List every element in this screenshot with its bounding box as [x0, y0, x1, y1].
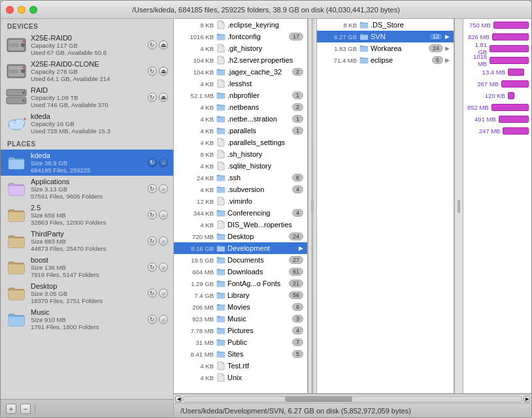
file-row[interactable]: 4 KB .netbe...stration1	[174, 113, 307, 125]
file-row[interactable]: 8 KB .sh_history	[174, 148, 307, 160]
eject-btn-x25e[interactable]: ⏏	[159, 40, 168, 50]
file-row[interactable]: 7.78 MB Pictures4	[174, 325, 307, 336]
sync-btn-apps[interactable]: ↻	[148, 184, 157, 193]
file-row[interactable]: 4 KB Test.rtf	[174, 360, 307, 372]
file-name: .netbeans	[227, 103, 290, 111]
sync-btn-kdeda-place[interactable]: ↻	[148, 158, 157, 167]
file-row[interactable]: 4 KB .git_history	[174, 42, 307, 54]
scroll-track[interactable]	[183, 396, 522, 402]
sync-btn-raid[interactable]: ↻	[148, 93, 157, 102]
scroll-thumb[interactable]	[285, 396, 352, 402]
sidebar-item-2-5[interactable]: 2.5 Size 656 MB 32863 Files, 12000 Folde…	[1, 202, 173, 228]
file-row[interactable]: 12 KB .viminfo	[174, 195, 307, 207]
file-row[interactable]: 8 KB .DS_Store	[317, 19, 454, 31]
size-bar	[490, 45, 529, 52]
svg-rect-18	[10, 123, 23, 129]
col-divider-2[interactable]	[454, 19, 463, 393]
scroll-right-button[interactable]: ▶	[524, 396, 530, 402]
sync-btn-x25e-clone[interactable]: ↻	[148, 67, 157, 76]
find-btn-apps[interactable]: ⌕	[159, 184, 168, 193]
col3-size: 13.4 MB	[466, 69, 505, 76]
sync-btn-thirdparty[interactable]: ↻	[148, 236, 157, 246]
eject-btn-x25e-clone[interactable]: ⏏	[159, 67, 168, 76]
file-row[interactable]: 4 KB Unix	[174, 372, 307, 383]
sync-btn-music[interactable]: ↻	[148, 315, 157, 324]
sidebar-item-raid[interactable]: RAID Capacity 1.09 TB Used 746 GB, Avail…	[1, 84, 173, 110]
file-row[interactable]: 344 KB Conferencing4	[174, 207, 307, 219]
file-row[interactable]: 24 KB .ssh6	[174, 172, 307, 184]
file-row[interactable]: 31 MB Public7	[174, 336, 307, 348]
file-row[interactable]: 6.27 GB SVN12▶	[317, 31, 454, 42]
file-count: 12	[429, 33, 443, 40]
file-row[interactable]: 720 MB Desktop24	[174, 231, 307, 242]
file-row[interactable]: 206 MB Movies6	[174, 301, 307, 313]
find-btn-boost[interactable]: ⌕	[159, 263, 168, 272]
find-btn-desktop[interactable]: ⌕	[159, 289, 168, 298]
sync-btn-2-5[interactable]: ↻	[148, 210, 157, 219]
scroll-left-button[interactable]: ◀	[175, 396, 182, 402]
sidebar-item-detail2-thirdparty: 44873 Files, 25470 Folders	[31, 245, 145, 252]
file-row[interactable]: 7.4 GB Library56	[174, 289, 307, 301]
file-count: 4	[292, 185, 303, 193]
sidebar-item-kdeda-device[interactable]: kdeda Capacity 16 GB Used 728 MB, Availa…	[1, 110, 173, 137]
file-column-1[interactable]: 8 KB .eclipse_keyring1016 KB .fontconfig…	[174, 19, 308, 393]
find-btn-music[interactable]: ⌕	[159, 315, 168, 324]
file-row[interactable]: 4 KB .parallels1	[174, 125, 307, 137]
add-place-button[interactable]: +	[6, 404, 16, 414]
sidebar-item-thirdparty[interactable]: ThirdParty Size 883 MB 44873 Files, 2547…	[1, 228, 173, 254]
file-name: eclipse	[371, 56, 430, 64]
file-count: 1	[292, 115, 303, 123]
sidebar-scroll-area[interactable]: DEVICES X25E-RAID0 Capa	[1, 19, 173, 399]
file-column-3[interactable]: 750 MB 826 MB 1.81 GB 1018 MB 13.4 MB 26…	[463, 19, 531, 393]
sidebar-item-music[interactable]: Music Size 910 MB 1761 Files, 1800 Folde…	[1, 306, 173, 332]
file-row[interactable]: 8 KB .eclipse_keyring	[174, 19, 307, 31]
file-row[interactable]: 104 KB .jagex_cache_322	[174, 66, 307, 78]
remove-place-button[interactable]: −	[20, 404, 31, 414]
sidebar-item-detail2-kdeda-place: 684185 Files, 259225	[31, 167, 145, 174]
file-column-2[interactable]: 8 KB .DS_Store6.27 GB SVN12▶1.83 GB Work…	[317, 19, 454, 393]
maximize-button[interactable]	[29, 6, 37, 14]
sidebar-item-kdeda-place[interactable]: kdeda Size 38.9 GB 684185 Files, 259225 …	[1, 150, 173, 176]
file-row[interactable]: 4 KB DIS_Web...roperties	[174, 219, 307, 231]
file-row[interactable]: 4 KB .lesshst	[174, 78, 307, 89]
find-btn-2-5[interactable]: ⌕	[159, 210, 168, 219]
file-row[interactable]: 19.5 GB Documents27	[174, 254, 307, 266]
find-btn-kdeda-place[interactable]: ⌕	[159, 158, 168, 167]
sidebar-item-x25e-raid0[interactable]: X25E-RAID0 Capacity 117 GB Used 67 GB, A…	[1, 32, 173, 58]
close-button[interactable]	[6, 6, 14, 14]
sidebar-item-x25e-clone[interactable]: X25E-RAID0-CLONE Capacity 278 GB Used 64…	[1, 58, 173, 84]
file-size: 12 KB	[178, 198, 214, 205]
file-count: 4	[292, 209, 303, 217]
file-row[interactable]: 923 MB Music3	[174, 313, 307, 325]
sidebar-item-boost[interactable]: boost Size 136 MB 7919 Files, 5147 Folde…	[1, 254, 173, 280]
file-row[interactable]: 4 KB .parallels_settings	[174, 137, 307, 148]
folder-icon	[359, 20, 369, 29]
sync-btn-desktop[interactable]: ↻	[148, 289, 157, 298]
minimize-button[interactable]	[18, 6, 25, 14]
file-row[interactable]: 604 MB Downloads61	[174, 266, 307, 278]
file-row[interactable]: 4 KB .netbeans2	[174, 101, 307, 113]
sidebar-item-applications[interactable]: Applications Size 3.13 GB 57591 Files, 9…	[1, 176, 173, 202]
col-divider-1[interactable]	[308, 19, 317, 393]
col-resize-handle-2[interactable]	[457, 200, 460, 213]
file-row[interactable]: 1.29 GB FontAg...o Fonts21	[174, 278, 307, 289]
find-btn-thirdparty[interactable]: ⌕	[159, 236, 168, 246]
file-row[interactable]: 4 KB .subversion4	[174, 184, 307, 195]
folder-icon	[216, 291, 225, 300]
sync-btn-boost[interactable]: ↻	[148, 263, 157, 272]
sync-btn-x25e[interactable]: ↻	[148, 40, 157, 50]
file-row[interactable]: 71.4 MB eclipse5▶	[317, 54, 454, 66]
col3-size: 267 MB	[466, 80, 499, 88]
file-row[interactable]: 8.41 MB Sites5	[174, 348, 307, 360]
horizontal-scrollbar[interactable]: ◀ ▶	[174, 394, 531, 403]
sidebar-item-desktop[interactable]: Desktop Size 3.05 GB 18370 Files, 2751 F…	[1, 280, 173, 306]
file-row[interactable]: 8.16 GB Development▶	[174, 242, 307, 254]
sidebar-item-name-kdeda-place: kdeda	[31, 152, 145, 159]
file-row[interactable]: 1.83 GB Workarea24▶	[317, 42, 454, 54]
file-name: .eclipse_keyring	[227, 21, 303, 29]
eject-btn-raid[interactable]: ⏏	[159, 93, 168, 102]
file-row[interactable]: 52.1 MB .nbprofiler1	[174, 89, 307, 101]
file-row[interactable]: 4 KB .sqlite_history	[174, 160, 307, 172]
file-row[interactable]: 104 KB .h2.server.properties	[174, 54, 307, 66]
file-row[interactable]: 1016 KB .fontconfig17	[174, 31, 307, 42]
